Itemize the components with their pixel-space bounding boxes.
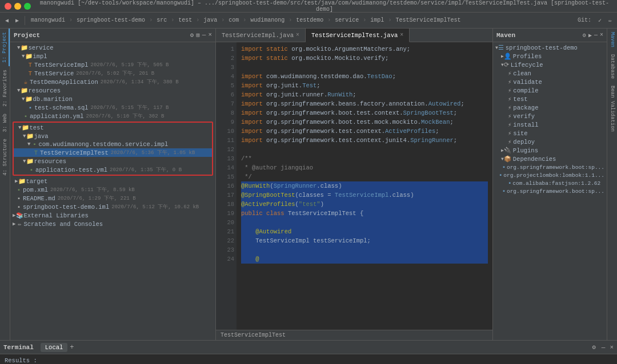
- maven-run-icon[interactable]: ▶: [588, 32, 592, 39]
- tree-item-testdemoapplication[interactable]: ☕ TestDemoApplication 2020/7/6, 1:34 下午,…: [10, 78, 215, 86]
- maven-lifecycle-site[interactable]: ⚡ site: [493, 129, 607, 137]
- git-pencil[interactable]: ✏: [606, 16, 615, 25]
- tree-item-external-libraries[interactable]: ▶ 📚 External Libraries: [10, 211, 215, 220]
- java-breadcrumb[interactable]: java: [201, 16, 220, 25]
- maven-dep-3[interactable]: ▪ com.alibaba:fastjson:1.2.62: [493, 179, 607, 187]
- impl-breadcrumb[interactable]: impl: [367, 16, 387, 25]
- tab-testserviceimpl[interactable]: TestServiceImpl.java ×: [216, 29, 306, 42]
- tree-item-applicationyml[interactable]: ▪ application.yml 2020/7/6, 5:10 下午, 302…: [10, 112, 215, 120]
- tree-item-scratches[interactable]: ▶ ✏ Scratches and Consoles: [10, 220, 215, 228]
- terminal-settings-icon[interactable]: ⚙: [592, 343, 596, 351]
- minimize-button[interactable]: [14, 3, 21, 10]
- code-line: import org.junit.Test;: [241, 81, 488, 90]
- tree-item-package[interactable]: ▼ ▪ com.wudimanong.testdemo.service.impl: [14, 140, 212, 148]
- tree-item-iml[interactable]: ▪ springboot-test-demo.iml 2020/7/6, 5:1…: [10, 203, 215, 211]
- new-terminal-button[interactable]: +: [70, 343, 74, 351]
- folder-icon: 📁: [20, 44, 28, 51]
- tree-label: com.wudimanong.testdemo.service.impl: [38, 141, 168, 148]
- tree-item-target[interactable]: ▶ 📁 target: [10, 177, 215, 185]
- maven-dep-2[interactable]: ▪ org.projectlombok:lombok:1.1...: [493, 171, 607, 179]
- terminal-tab-local[interactable]: Local: [41, 343, 68, 352]
- maven-lifecycle-deploy[interactable]: ⚡ deploy: [493, 137, 607, 146]
- project-minimize-icon[interactable]: —: [202, 31, 206, 39]
- dep-icon: ▪: [502, 188, 506, 195]
- sidebar-item-structure[interactable]: 4: Structure: [1, 135, 9, 179]
- wudimanong-breadcrumb[interactable]: wudimanong: [247, 16, 287, 25]
- sidebar-item-bean-validation[interactable]: Bean Validation: [608, 82, 616, 135]
- project-breadcrumb[interactable]: manongwudi: [28, 16, 68, 25]
- maven-dep-1[interactable]: ▪ org.springframework.boot:sp...: [493, 163, 607, 171]
- maven-project-item[interactable]: ▼ ☰ springboot-test-demo: [493, 43, 607, 52]
- project-settings-icon[interactable]: ⚙: [190, 31, 194, 39]
- test-breadcrumb[interactable]: test: [175, 16, 195, 25]
- tree-label: java: [34, 133, 48, 140]
- maven-lifecycle-test[interactable]: ⚡ test: [493, 95, 607, 103]
- forward-button[interactable]: ▶: [13, 16, 22, 25]
- tree-item-service[interactable]: ▼ 📁 service: [10, 43, 215, 52]
- tree-meta: 2020/7/6, 5:19 下午, 505 B: [91, 61, 169, 68]
- com-breadcrumb[interactable]: com: [226, 16, 242, 25]
- lifecycle-step-label: install: [513, 122, 538, 128]
- src-breadcrumb[interactable]: src: [154, 16, 170, 25]
- tree-item-applicationtest-yml[interactable]: ▪ application-test.yml 2020/7/6, 1:35 下午…: [14, 165, 212, 174]
- sidebar-item-project[interactable]: 1: Project: [1, 29, 10, 66]
- close-button[interactable]: [5, 3, 11, 10]
- maven-lifecycle-section[interactable]: ▼ ⟳ Lifecycle: [493, 60, 607, 69]
- terminal-minimize-icon[interactable]: —: [602, 344, 606, 351]
- tree-item-resources-test[interactable]: ▼ 📁 resources: [14, 157, 212, 165]
- tree-item-testserviceimpl[interactable]: T TestServiceImpl 2020/7/6, 5:19 下午, 505…: [10, 60, 215, 69]
- maven-lifecycle-clean[interactable]: ⚡ clean: [493, 69, 607, 78]
- sidebar-item-web[interactable]: 3: Web: [1, 110, 9, 135]
- tab-label: TestServiceImplTest.java: [311, 32, 398, 39]
- terminal-close-icon[interactable]: ×: [610, 344, 614, 351]
- tree-item-resources-main[interactable]: ▼ 📁 resources: [10, 86, 215, 95]
- maven-profiles-section[interactable]: ▶ 👤 Profiles: [493, 52, 607, 60]
- maven-lifecycle-compile[interactable]: ⚡ compile: [493, 86, 607, 95]
- toolbar-separator: [25, 16, 25, 25]
- maven-close-icon[interactable]: ×: [600, 32, 603, 39]
- tree-item-pom[interactable]: ▪ pom.xml 2020/7/6, 5:11 下午, 8.59 kB: [10, 185, 215, 194]
- maven-lifecycle-validate[interactable]: ⚡ validate: [493, 78, 607, 86]
- maven-dep-4[interactable]: ▪ org.springframework.boot:sp...: [493, 187, 607, 195]
- line-numbers: 1 2 3 4 5 6 7 8 9 10 11 12 13 14 15 16 1…: [216, 42, 237, 330]
- maven-project-icon: ☰: [498, 44, 504, 51]
- folder-icon: 📁: [18, 177, 26, 185]
- maven-dependencies-section[interactable]: ▼ 📦 Dependencies: [493, 155, 607, 163]
- code-line: [241, 145, 488, 154]
- maven-tree: ▼ ☰ springboot-test-demo ▶ 👤 Profiles ▼ …: [493, 42, 607, 340]
- tree-item-dbmarition[interactable]: ▼ 📁 db.marition: [10, 95, 215, 103]
- sidebar-item-maven[interactable]: Maven: [608, 29, 616, 51]
- tab-testserviceimpltest[interactable]: TestServiceImplTest.java ×: [306, 29, 410, 42]
- tree-label: springboot-test-demo.iml: [23, 204, 109, 211]
- maven-lifecycle-install[interactable]: ⚡ install: [493, 120, 607, 129]
- maven-lifecycle-package[interactable]: ⚡ package: [493, 103, 607, 112]
- tree-item-impl[interactable]: ▼ 📁 impl: [10, 52, 215, 60]
- service-breadcrumb[interactable]: service: [332, 16, 362, 25]
- tree-item-testschema[interactable]: ▪ test-schema.sql 2020/7/6, 5:15 下午, 117…: [10, 103, 215, 112]
- maven-plugins-section[interactable]: ▶ 🔌 Plugins: [493, 146, 607, 155]
- file-breadcrumb[interactable]: TestServiceImplTest: [392, 16, 463, 25]
- tree-meta: 2020/7/6, 5:02 下午, 201 B: [76, 70, 154, 77]
- tree-item-test[interactable]: ▼ 📁 test: [14, 123, 212, 132]
- git-checkmark[interactable]: ✓: [595, 16, 604, 25]
- testdemo-breadcrumb[interactable]: testdemo: [293, 16, 326, 25]
- maven-settings-icon[interactable]: ⚙: [583, 32, 586, 39]
- maven-minimize-icon[interactable]: —: [594, 32, 598, 39]
- sidebar-item-database[interactable]: Database: [608, 51, 616, 82]
- tree-item-testserviceimpltest[interactable]: T TestServiceImplTest 2020/7/6, 5:36 下午,…: [14, 148, 212, 157]
- maven-lifecycle-verify[interactable]: ⚡ verify: [493, 112, 607, 120]
- sidebar-item-favorites[interactable]: 2: Favorites: [1, 66, 9, 110]
- project-close-icon[interactable]: ×: [208, 31, 212, 39]
- close-tab-icon[interactable]: ×: [296, 32, 299, 38]
- tree-item-readme[interactable]: ▪ README.md 2020/7/6, 1:29 下午, 221 B: [10, 194, 215, 203]
- maximize-button[interactable]: [24, 3, 31, 10]
- dep-label: org.springframework.boot:sp...: [507, 164, 604, 171]
- close-tab-icon[interactable]: ×: [400, 32, 403, 38]
- code-editor[interactable]: import static org.mockito.ArgumentMatche…: [237, 42, 492, 330]
- repo-breadcrumb[interactable]: springboot-test-demo: [74, 16, 148, 25]
- project-expand-icon[interactable]: ⊞: [196, 31, 200, 39]
- tree-item-java-test[interactable]: ▼ 📁 java: [14, 132, 212, 140]
- tree-label: TestDemoApplication: [30, 79, 98, 86]
- back-button[interactable]: ◀: [2, 16, 11, 25]
- tree-item-testservice[interactable]: T TestService 2020/7/6, 5:02 下午, 201 B: [10, 69, 215, 78]
